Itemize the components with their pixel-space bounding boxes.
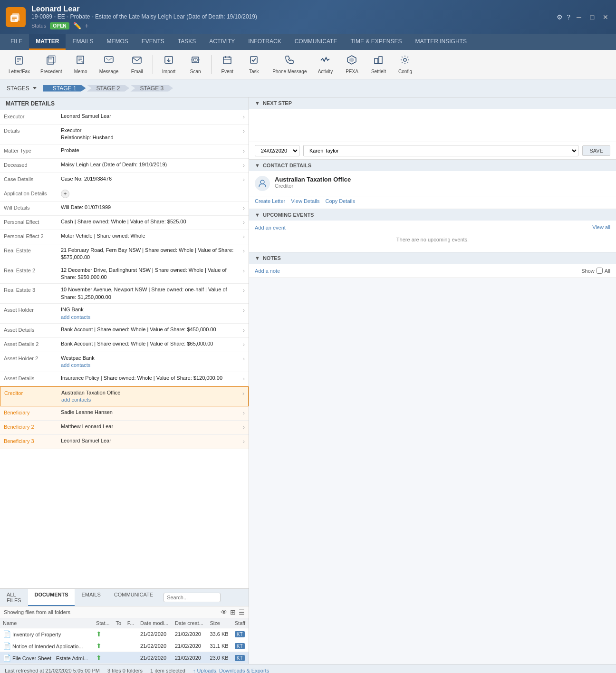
creditor-label: Creditor <box>4 389 61 396</box>
notes-toggle-icon: ▼ <box>255 255 260 261</box>
settings-icon[interactable]: ⚙ <box>557 13 563 21</box>
add-note-link[interactable]: Add a note <box>255 268 280 274</box>
emails-tab[interactable]: EMAILS <box>75 589 107 606</box>
next-step-textarea[interactable] <box>255 113 610 136</box>
scan-button[interactable]: Scan <box>183 53 208 76</box>
list-view-icon[interactable]: ☰ <box>239 608 245 616</box>
add-event-link[interactable]: Add an event <box>255 225 286 231</box>
config-button[interactable]: Config <box>392 53 418 76</box>
email-button[interactable]: Email <box>124 53 150 76</box>
application-details-row[interactable]: Application Details + <box>0 187 249 202</box>
phone-message-button[interactable]: Phone Message <box>268 53 311 76</box>
pexa-label: PEXA <box>346 69 358 74</box>
will-details-row[interactable]: Will Details Will Date: 01/07/1999 › <box>0 202 249 216</box>
executor-row[interactable]: Executor Leonard Samuel Lear › <box>0 110 249 125</box>
letter-fax-label: Letter/Fax <box>9 69 30 74</box>
memo-button[interactable]: Memo <box>68 53 94 76</box>
add-status-icon[interactable]: + <box>85 22 89 29</box>
case-details-row[interactable]: Case Details Case No: 2019/38476 › <box>0 173 249 187</box>
table-row[interactable]: 📄 File Cover Sheet - Estate Admi... ⬆ 21… <box>0 652 249 664</box>
file-name-cell: 📄 Notice of Intended Applicatio... <box>0 640 93 652</box>
details-row[interactable]: Details ExecutorRelationship: Husband › <box>0 125 249 144</box>
application-details-add-button[interactable]: + <box>61 190 69 198</box>
nav-tab-communicate[interactable]: COMMUNICATE <box>288 34 344 50</box>
restore-button[interactable]: □ <box>587 12 597 22</box>
import-button[interactable]: Import <box>156 53 182 76</box>
beneficiary-3-row[interactable]: Beneficiary 3 Leonard Samuel Lear › <box>0 435 249 449</box>
view-all-events-link[interactable]: View all <box>592 224 610 230</box>
asset-details-value: Bank Account | Share owned: Whole | Valu… <box>61 326 241 333</box>
nav-tab-tasks[interactable]: TASKS <box>171 34 202 50</box>
view-details-link[interactable]: View Details <box>291 198 319 204</box>
beneficiary-2-row[interactable]: Beneficiary 2 Matthew Leonard Lear › <box>0 421 249 435</box>
matter-type-row[interactable]: Matter Type Probate › <box>0 144 249 159</box>
precedent-button[interactable]: Precedent <box>36 53 67 76</box>
close-button[interactable]: ✕ <box>601 12 610 22</box>
next-step-content <box>249 109 616 142</box>
asset-holder-row[interactable]: Asset Holder ING Bankadd contacts › <box>0 304 249 324</box>
table-row[interactable]: 📄 Inventory of Property ⬆ 21/02/2020 21/… <box>0 628 249 640</box>
stages-dropdown[interactable]: STAGES <box>0 79 43 97</box>
uploads-downloads-link[interactable]: ↑ Uploads, Downloads & Exports <box>193 668 269 673</box>
copy-details-link[interactable]: Copy Details <box>326 198 355 204</box>
nav-tab-events[interactable]: EVENTS <box>135 34 171 50</box>
nav-tab-time-expenses[interactable]: TIME & EXPENSES <box>344 34 408 50</box>
asset-holder-2-add-contacts-link[interactable]: add contacts <box>61 362 90 368</box>
toolbar-divider-2 <box>211 55 212 74</box>
asset-holder-2-row[interactable]: Asset Holder 2 Westpac Bankadd contacts … <box>0 352 249 372</box>
stage-1-item[interactable]: STAGE 1 <box>43 85 86 92</box>
asset-details-row[interactable]: Asset Details Bank Account | Share owned… <box>0 324 249 338</box>
stage-3-item[interactable]: STAGE 3 <box>130 85 173 92</box>
next-step-save-button[interactable]: SAVE <box>582 145 610 156</box>
deceased-row[interactable]: Deceased Maisy Leigh Lear (Date of Death… <box>0 159 249 173</box>
communicate-tab[interactable]: COMMUNICATE <box>107 589 160 606</box>
settleit-button[interactable]: SettleIt <box>366 53 391 76</box>
nav-tab-matter-insights[interactable]: MATTER INSIGHTS <box>408 34 473 50</box>
asset-holder-label: Asset Holder <box>4 306 61 313</box>
grid-view-icon[interactable]: ⊞ <box>230 608 236 616</box>
svg-rect-34 <box>375 58 378 64</box>
show-all-checkbox[interactable] <box>597 268 603 274</box>
nav-tab-file[interactable]: FILE <box>4 34 29 50</box>
asset-holder-add-contacts-link[interactable]: add contacts <box>61 314 90 320</box>
stage-2-item[interactable]: STAGE 2 <box>87 85 130 92</box>
nav-tab-memos[interactable]: MEMOS <box>100 34 135 50</box>
eye-view-icon[interactable]: 👁 <box>221 608 227 616</box>
nav-tab-activity[interactable]: ACTIVITY <box>202 34 241 50</box>
file-size-cell: 31.1 KB <box>207 640 231 652</box>
task-button[interactable]: Task <box>241 53 267 76</box>
asset-details-insurance-row[interactable]: Asset Details Insurance Policy | Share o… <box>0 372 249 386</box>
nav-tab-matter[interactable]: MATTER <box>29 34 66 50</box>
activity-button[interactable]: Activity <box>312 53 338 76</box>
staff-badge: KT <box>235 655 245 661</box>
nav-tab-infotrack[interactable]: INFOTRACK <box>241 34 288 50</box>
real-estate-row[interactable]: Real Estate 21 February Road, Fern Bay N… <box>0 244 249 264</box>
beneficiary-row[interactable]: Beneficiary Sadie Leanne Hansen › <box>0 406 249 421</box>
file-size-cell: 23.0 KB <box>207 652 231 664</box>
edit-status-icon[interactable]: ✏️ <box>73 22 81 29</box>
title-bar: Leonard Lear 19-0089 - EE - Probate - Es… <box>0 0 616 34</box>
letter-fax-button[interactable]: Letter/Fax <box>4 53 35 76</box>
table-row[interactable]: 📄 Notice of Intended Applicatio... ⬆ 21/… <box>0 640 249 652</box>
next-step-date-select[interactable]: 24/02/2020 <box>255 145 299 156</box>
minimize-button[interactable]: ─ <box>574 12 584 22</box>
creditor-row[interactable]: Creditor Australian Taxation Officeadd c… <box>0 386 249 407</box>
event-button[interactable]: Event <box>214 53 240 76</box>
documents-tab[interactable]: DOCUMENTS <box>28 589 75 606</box>
asset-details-2-label: Asset Details 2 <box>4 340 61 347</box>
creditor-add-contacts-link[interactable]: add contacts <box>61 397 91 403</box>
personal-effect-row[interactable]: Personal Effect Cash | Share owned: Whol… <box>0 216 249 230</box>
all-files-tab[interactable]: ALL FILES <box>0 589 28 606</box>
help-icon[interactable]: ? <box>567 13 570 21</box>
real-estate-3-row[interactable]: Real Estate 3 10 November Avenue, Newpor… <box>0 284 249 304</box>
file-search-input[interactable] <box>164 593 221 602</box>
pexa-button[interactable]: PEXA <box>339 53 365 76</box>
staff-badge: KT <box>235 631 245 637</box>
nav-tab-emails[interactable]: EMAILS <box>66 34 100 50</box>
create-letter-link[interactable]: Create Letter <box>255 198 285 204</box>
message-button[interactable]: Message <box>95 53 124 76</box>
real-estate-2-row[interactable]: Real Estate 2 12 December Drive, Darling… <box>0 264 249 284</box>
asset-details-2-row[interactable]: Asset Details 2 Bank Account | Share own… <box>0 338 249 352</box>
personal-effect-2-row[interactable]: Personal Effect 2 Motor Vehicle | Share … <box>0 230 249 244</box>
next-step-person-select[interactable]: Karen Taylor <box>303 145 578 156</box>
